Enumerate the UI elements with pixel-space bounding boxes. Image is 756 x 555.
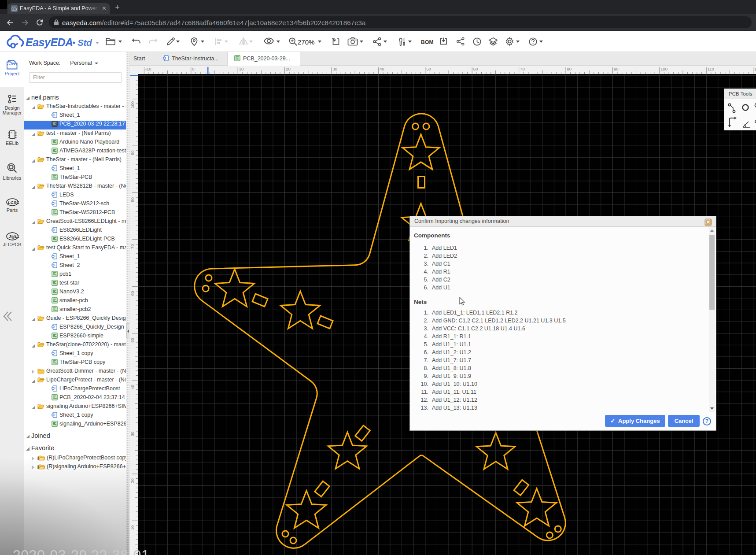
- svg-text:Std: Std: [77, 37, 92, 48]
- svg-text:EasyEDA: EasyEDA: [26, 36, 73, 48]
- svg-text:J@LC: J@LC: [8, 234, 19, 239]
- svg-text:LCSC: LCSC: [8, 200, 19, 205]
